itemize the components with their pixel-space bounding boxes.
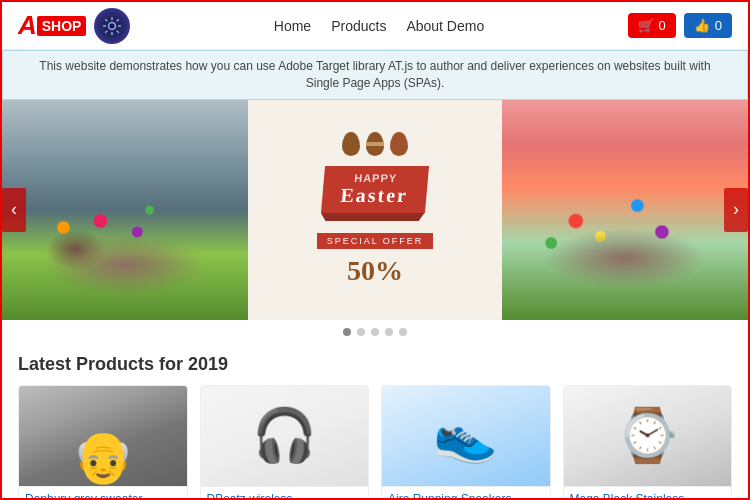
logo-shop: SHOP [37,16,87,36]
nav-about-demo[interactable]: About Demo [406,18,484,34]
svg-line-5 [106,19,108,21]
header-buttons: 🛒 0 👍 0 [628,13,732,38]
cart-count: 0 [659,18,666,33]
carousel-dot-2[interactable] [357,328,365,336]
svg-line-8 [106,30,108,32]
product-image-sweater [19,386,187,486]
product-image-headphones: 🎧 [201,386,369,486]
cart-icon: 🛒 [638,18,654,33]
panel-right-inner [502,100,748,320]
special-offer-label: SPECIAL OFFER [317,233,434,249]
product-name-headphones: DBeatz wireless... [201,486,369,500]
svg-line-7 [117,19,119,21]
svg-point-0 [109,22,116,29]
carousel-panels: HAPPY Easter SPECIAL OFFER 50% [2,100,748,320]
nav: Home Products About Demo [274,18,484,34]
gear-icon [94,8,130,44]
carousel-dot-4[interactable] [385,328,393,336]
info-banner: This website demonstrates how you can us… [2,50,748,100]
likes-count: 0 [715,18,722,33]
logo-area: A SHOP [18,8,130,44]
easter-banner: HAPPY Easter [321,166,429,213]
carousel-next-button[interactable]: › [724,188,748,232]
logo: A SHOP [18,10,86,41]
panel-left-inner [2,100,248,320]
product-image-watch: ⌚ [564,386,732,486]
percent-text: 50% [347,255,403,287]
easter-text: Easter [340,184,410,207]
carousel-panel-left [2,100,248,320]
products-title: Latest Products for 2019 [18,354,732,375]
header: A SHOP Home Products About Demo [2,2,748,50]
product-name-sweater: Danbury grey sweater [19,486,187,500]
carousel: ‹ HAPPY Easter SPECIAL OFFER 50% › [2,100,748,320]
nav-home[interactable]: Home [274,18,311,34]
banner-text: This website demonstrates how you can us… [39,59,710,90]
products-grid: Danbury grey sweater 🎧 DBeatz wireless..… [18,385,732,500]
products-section: Latest Products for 2019 Danbury grey sw… [2,344,748,500]
egg-3 [390,132,408,156]
svg-line-6 [117,30,119,32]
likes-button[interactable]: 👍 0 [684,13,732,38]
watch-icon: ⌚ [615,405,680,466]
egg-2 [366,132,384,156]
carousel-dot-5[interactable] [399,328,407,336]
sneakers-icon: 👟 [433,405,498,466]
carousel-panel-right [502,100,748,320]
carousel-panel-center: HAPPY Easter SPECIAL OFFER 50% [248,100,502,320]
carousel-dot-1[interactable] [343,328,351,336]
nav-products[interactable]: Products [331,18,386,34]
product-name-sneakers: Airo Running Sneakers [382,486,550,500]
logo-a: A [18,10,37,41]
carousel-dot-3[interactable] [371,328,379,336]
product-image-sneakers: 👟 [382,386,550,486]
happy-text: HAPPY [342,172,411,184]
likes-icon: 👍 [694,18,710,33]
cart-button[interactable]: 🛒 0 [628,13,676,38]
easter-eggs-decoration [342,132,408,156]
carousel-dots [2,320,748,344]
product-card-watch[interactable]: ⌚ Mega Black Stainless... [563,385,733,500]
product-card-sweater[interactable]: Danbury grey sweater [18,385,188,500]
product-name-watch: Mega Black Stainless... [564,486,732,500]
product-card-headphones[interactable]: 🎧 DBeatz wireless... [200,385,370,500]
product-card-sneakers[interactable]: 👟 Airo Running Sneakers [381,385,551,500]
headphones-icon: 🎧 [252,405,317,466]
egg-1 [342,132,360,156]
carousel-prev-button[interactable]: ‹ [2,188,26,232]
